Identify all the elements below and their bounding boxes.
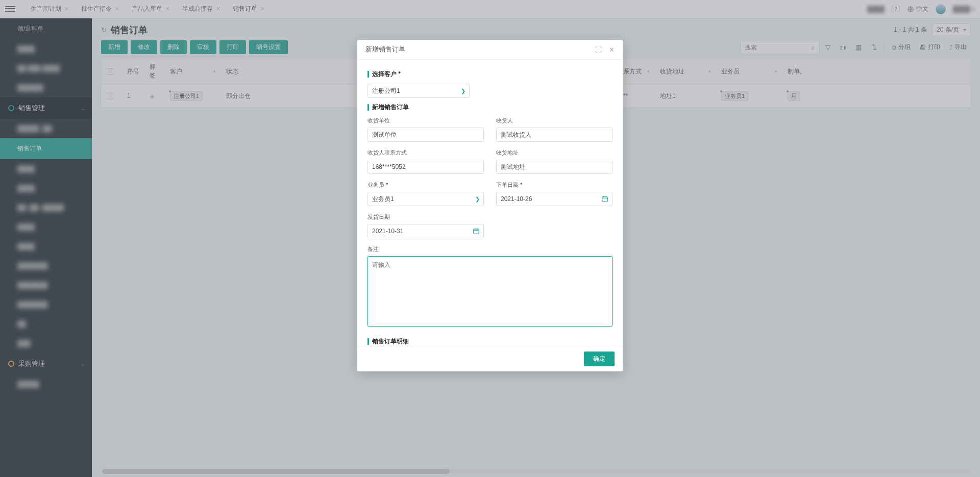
- label-addr: 收货地址: [496, 149, 612, 157]
- label-receiver: 收货人: [496, 117, 612, 124]
- biz-select[interactable]: [368, 192, 484, 206]
- label-ship-date: 发货日期: [368, 213, 484, 221]
- ship-date-input[interactable]: [368, 224, 484, 238]
- svg-rect-1: [602, 197, 608, 202]
- modal-new-sales-order: 新增销售订单 ⛶ ✕ 选择客户 ❯ 新增销售订单 收货单位 收货人: [357, 40, 623, 371]
- recv-unit-input[interactable]: [368, 128, 484, 142]
- calendar-icon[interactable]: [473, 228, 480, 235]
- contact-input[interactable]: [368, 160, 484, 174]
- section-order: 新增销售订单: [368, 103, 612, 112]
- remark-textarea[interactable]: [368, 256, 612, 327]
- order-date-input[interactable]: [496, 192, 612, 206]
- modal-body: 选择客户 ❯ 新增销售订单 收货单位 收货人 收货人联系方式: [357, 60, 623, 346]
- label-recv-unit: 收货单位: [368, 117, 484, 124]
- label-contact: 收货人联系方式: [368, 149, 484, 157]
- label-order-date: 下单日期: [496, 181, 612, 189]
- close-icon[interactable]: ✕: [609, 46, 615, 54]
- chevron-right-icon[interactable]: ❯: [461, 88, 465, 94]
- receiver-input[interactable]: [496, 128, 612, 142]
- modal-overlay: 新增销售订单 ⛶ ✕ 选择客户 ❯ 新增销售订单 收货单位 收货人: [0, 0, 980, 477]
- label-biz: 业务员: [368, 181, 484, 189]
- section-label: 选择客户: [372, 70, 401, 79]
- modal-footer: 确定: [357, 346, 623, 371]
- confirm-button[interactable]: 确定: [584, 352, 615, 366]
- label-remark: 备注: [368, 245, 612, 253]
- chevron-right-icon[interactable]: ❯: [475, 196, 480, 203]
- svg-rect-2: [474, 229, 479, 234]
- modal-title: 新增销售订单: [365, 45, 405, 54]
- addr-input[interactable]: [496, 160, 612, 174]
- section-detail: 销售订单明细: [368, 337, 612, 346]
- customer-select[interactable]: [368, 84, 470, 98]
- modal-header: 新增销售订单 ⛶ ✕: [357, 40, 623, 60]
- expand-icon[interactable]: ⛶: [595, 46, 602, 54]
- calendar-icon[interactable]: [601, 195, 608, 203]
- section-customer: 选择客户: [368, 70, 612, 79]
